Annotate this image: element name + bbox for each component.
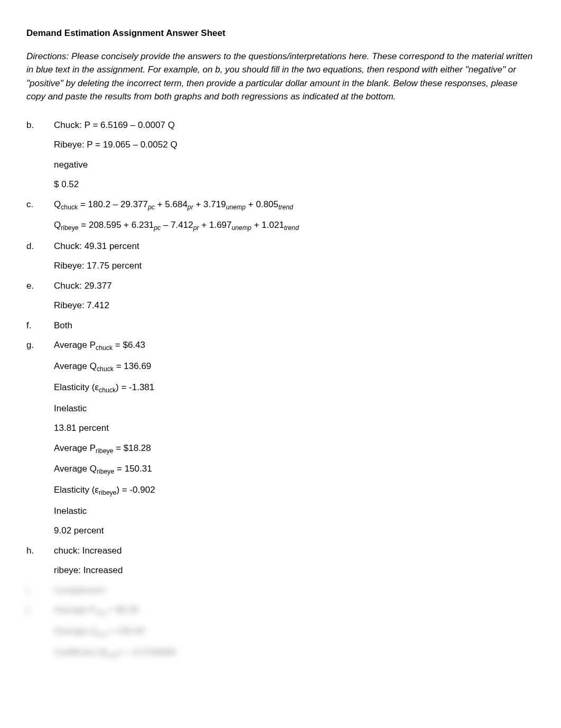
q-chuck-pr: pr — [188, 204, 193, 211]
q-ribeye-prefix: Q — [54, 220, 61, 230]
j-l2s: sub — [97, 631, 107, 638]
item-e-ribeye: Ribeye: 7.412 — [54, 299, 535, 312]
item-d-chuck: Chuck: 49.31 percent — [54, 239, 535, 253]
item-c: c. Qchuck = 180.2 – 29.377pc + 5.684pr +… — [26, 198, 535, 213]
item-j-label: j. — [26, 603, 54, 618]
item-d-ribeye: Ribeye: 17.75 percent — [54, 259, 535, 273]
item-g-l3: Elasticity (εchuck) = -1.381 — [54, 381, 535, 395]
item-g-l7-row: Average Qribeye = 150.31 — [26, 462, 535, 477]
item-d: d. Chuck: 49.31 percent — [26, 239, 535, 253]
item-h: h. chuck: Increased — [26, 544, 535, 558]
item-b-label: b. — [26, 118, 54, 132]
item-g-l9-row: Inelastic — [26, 504, 535, 518]
j-l3s: sub — [107, 651, 117, 659]
g-l3a: Elasticity (ε — [54, 382, 99, 392]
g-l3b: ) = -1.381 — [116, 382, 154, 392]
item-i: i. Complement — [26, 584, 535, 597]
item-c-ribeye: Qribeye = 208.595 + 6.231pc – 7.412pr + … — [54, 218, 535, 233]
j-l1s: sub — [96, 610, 106, 617]
q-ribeye-t2: – 7.412 — [161, 220, 193, 230]
item-g-l1: Average Pchuck = $6.43 — [54, 338, 535, 353]
item-h-chuck: chuck: Increased — [54, 544, 535, 558]
item-j: j. Average Psub = $5.00 — [26, 603, 535, 618]
g-l6a: Average P — [54, 443, 96, 453]
item-e: e. Chuck: 29.377 — [26, 279, 535, 293]
item-g-l8: Elasticity (εribeye) = -0.902 — [54, 483, 535, 498]
q-ribeye-trend: trend — [284, 225, 299, 232]
q-chuck-pc: pc — [148, 204, 155, 211]
item-g-l5: 13.81 percent — [54, 421, 535, 435]
item-g: g. Average Pchuck = $6.43 — [26, 338, 535, 353]
item-h-label: h. — [26, 544, 54, 558]
item-g-l10: 9.02 percent — [54, 524, 535, 538]
item-c-label: c. — [26, 198, 54, 213]
g-l1a: Average P — [54, 340, 96, 350]
g-l2a: Average Q — [54, 361, 97, 371]
directions-text: Directions: Please concisely provide the… — [26, 50, 535, 104]
item-b-amount: $ 0.52 — [54, 178, 535, 191]
item-b-ribeye-row: Ribeye: P = 19.065 – 0.0052 Q — [26, 138, 535, 152]
item-g-l4-row: Inelastic — [26, 402, 535, 416]
q-chuck-unemp: unemp — [226, 204, 246, 211]
item-j-l1: Average Psub = $5.00 — [54, 603, 535, 618]
item-i-value: Complement — [54, 584, 535, 597]
q-chuck-t4: + 0.805 — [246, 199, 278, 209]
item-f-label: f. — [26, 319, 54, 333]
g-l7b: = 150.31 — [114, 464, 152, 474]
item-f-value: Both — [54, 319, 535, 333]
q-chuck-t3: + 3.719 — [193, 199, 226, 209]
q-chuck-t2: + 5.684 — [155, 199, 188, 209]
q-ribeye-unemp: unemp — [232, 225, 251, 232]
g-l2s: chuck — [97, 366, 114, 373]
q-chuck-trend: trend — [278, 204, 293, 211]
item-g-label: g. — [26, 338, 54, 353]
item-e-label: e. — [26, 279, 54, 293]
g-l1s: chuck — [96, 345, 113, 352]
item-j-l3: Coefficient (βsub) = -0.0700000 — [54, 646, 535, 660]
item-g-l2: Average Qchuck = 136.69 — [54, 360, 535, 374]
item-c-ribeye-row: Qribeye = 208.595 + 6.231pc – 7.412pr + … — [26, 218, 535, 233]
item-g-l7: Average Qribeye = 150.31 — [54, 462, 535, 477]
j-l2b: = 100.00 — [107, 626, 145, 636]
j-l3b: ) = -0.0700000 — [117, 647, 176, 657]
item-b: b. Chuck: P = 6.5169 – 0.0007 Q — [26, 118, 535, 132]
q-ribeye-eq: = 208.595 + 6.231 — [79, 220, 154, 230]
item-b-sign-row: negative — [26, 158, 535, 172]
g-l8a: Elasticity (ε — [54, 485, 99, 495]
g-l3s: chuck — [99, 386, 116, 394]
page-title: Demand Estimation Assignment Answer Shee… — [26, 26, 535, 40]
item-b-sign: negative — [54, 158, 535, 172]
item-g-l6: Average Pribeye = $18.28 — [54, 441, 535, 456]
q-chuck-sub: chuck — [61, 204, 78, 211]
item-h-ribeye: ribeye: Increased — [54, 564, 535, 577]
item-b-ribeye: Ribeye: P = 19.065 – 0.0052 Q — [54, 138, 535, 152]
g-l7s: ribeye — [97, 468, 114, 476]
item-g-l2-row: Average Qchuck = 136.69 — [26, 360, 535, 374]
item-c-chuck: Qchuck = 180.2 – 29.377pc + 5.684pr + 3.… — [54, 198, 535, 213]
q-ribeye-sub: ribeye — [61, 225, 78, 232]
item-g-l8-row: Elasticity (εribeye) = -0.902 — [26, 483, 535, 498]
item-g-l6-row: Average Pribeye = $18.28 — [26, 441, 535, 456]
item-d-label: d. — [26, 239, 54, 253]
q-chuck-prefix: Q — [54, 199, 61, 209]
item-e-chuck: Chuck: 29.377 — [54, 279, 535, 293]
item-h-ribeye-row: ribeye: Increased — [26, 564, 535, 577]
item-e-ribeye-row: Ribeye: 7.412 — [26, 299, 535, 312]
item-j-l2-row: Average Qsub = 100.00 — [26, 624, 535, 639]
item-g-l10-row: 9.02 percent — [26, 524, 535, 538]
j-l1a: Average P — [54, 605, 96, 615]
item-j-l3-row: Coefficient (βsub) = -0.0700000 — [26, 646, 535, 660]
item-b-amount-row: $ 0.52 — [26, 178, 535, 191]
g-l1b: = $6.43 — [113, 340, 145, 350]
item-g-l9: Inelastic — [54, 504, 535, 518]
g-l2b: = 136.69 — [114, 361, 151, 371]
g-l6s: ribeye — [96, 447, 113, 455]
item-b-chuck: Chuck: P = 6.5169 – 0.0007 Q — [54, 118, 535, 132]
q-ribeye-pc: pc — [154, 225, 161, 232]
q-chuck-eq: = 180.2 – 29.377 — [78, 199, 148, 209]
item-d-ribeye-row: Ribeye: 17.75 percent — [26, 259, 535, 273]
item-g-l5-row: 13.81 percent — [26, 421, 535, 435]
j-l2a: Average Q — [54, 626, 97, 636]
g-l6b: = $18.28 — [113, 443, 151, 453]
item-i-label: i. — [26, 584, 54, 597]
